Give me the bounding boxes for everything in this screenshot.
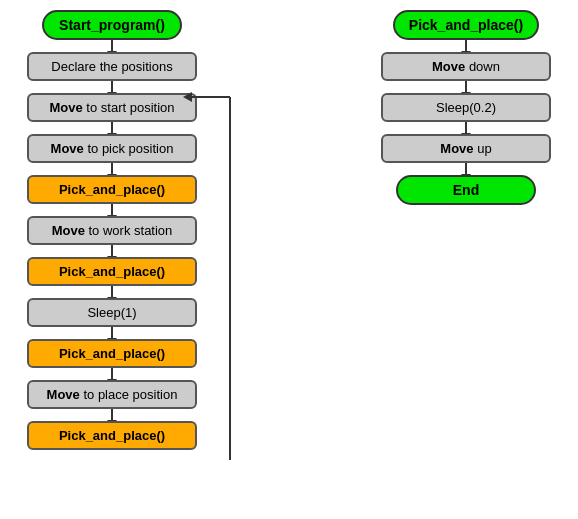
node-sleep1: Sleep(1) (27, 298, 197, 327)
arrow-7 (111, 286, 113, 298)
node-move-up: Move up (381, 134, 551, 163)
node-move-down: Move down (381, 52, 551, 81)
node-pick-place-4: Pick_and_place() (27, 421, 197, 450)
arrow-5 (111, 204, 113, 216)
node-move-work: Move to work station (27, 216, 197, 245)
arrow-1 (111, 40, 113, 52)
arrow-4 (111, 163, 113, 175)
arrow-r3 (465, 122, 467, 134)
node-declare: Declare the positions (27, 52, 197, 81)
node-pick-place-1: Pick_and_place() (27, 175, 197, 204)
arrow-8 (111, 327, 113, 339)
arrow-6 (111, 245, 113, 257)
arrow-3 (111, 122, 113, 134)
node-sleep02: Sleep(0.2) (381, 93, 551, 122)
arrow-2 (111, 81, 113, 93)
arrow-9 (111, 368, 113, 380)
node-pick-place-2: Pick_and_place() (27, 257, 197, 286)
arrow-10 (111, 409, 113, 421)
arrow-r2 (465, 81, 467, 93)
node-move-start: Move to start position (27, 93, 197, 122)
node-move-pick: Move to pick position (27, 134, 197, 163)
node-move-place: Move to place position (27, 380, 197, 409)
right-flowchart: Pick_and_place() Move down Sleep(0.2) Mo… (364, 10, 568, 450)
node-end: End (396, 175, 536, 205)
node-pick-place-3: Pick_and_place() (27, 339, 197, 368)
node-pick-and-place-start: Pick_and_place() (393, 10, 539, 40)
node-start-program: Start_program() (42, 10, 182, 40)
arrow-r4 (465, 163, 467, 175)
left-flowchart: Start_program() Declare the positions Mo… (10, 10, 214, 450)
arrow-r1 (465, 40, 467, 52)
